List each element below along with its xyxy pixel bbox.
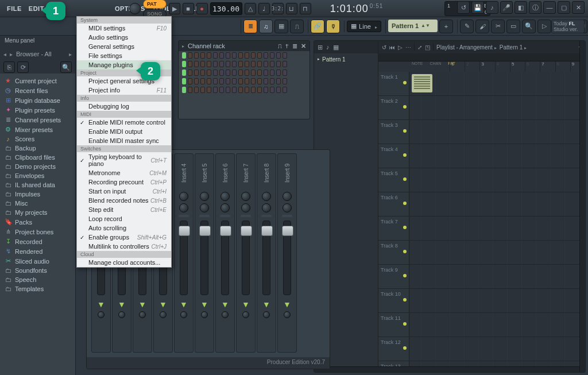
step-button[interactable] — [283, 69, 287, 76]
bpm-display[interactable]: 130.00 — [210, 2, 242, 15]
browser-item[interactable]: ⚙Mixer presets — [0, 125, 75, 134]
playlist-track-header[interactable]: Track 5 — [378, 168, 409, 192]
browser-item[interactable]: 🗀Soundfonts — [0, 266, 75, 275]
step-button[interactable] — [188, 52, 192, 59]
mixer-mute-button[interactable] — [118, 311, 125, 318]
mixer-mute-button[interactable] — [98, 311, 105, 318]
step-button[interactable] — [245, 69, 249, 76]
mixer-route-arrow-icon[interactable]: ▼ — [262, 300, 270, 309]
step-button[interactable] — [194, 52, 199, 59]
tool-zoom[interactable]: 🔍 — [522, 20, 536, 33]
playlist-track-row[interactable]: Track 7 — [378, 217, 585, 241]
view-pianoroll-button[interactable]: ♫ — [259, 20, 273, 33]
fader-cap[interactable] — [261, 226, 273, 236]
mixer-mute-button[interactable] — [222, 311, 229, 318]
tool-select[interactable]: ▭ — [506, 20, 520, 33]
fader-cap[interactable] — [241, 226, 252, 236]
browser-item[interactable]: 🗀Templates — [0, 284, 75, 293]
step-button[interactable] — [238, 52, 243, 59]
browser-item[interactable]: 🗀Clipboard files — [0, 153, 75, 162]
mixer-route-arrow-icon[interactable]: ▼ — [180, 300, 188, 309]
mixer-route-arrow-icon[interactable]: ▼ — [118, 300, 126, 309]
browser-item[interactable]: ✦Plugin presets — [0, 105, 75, 115]
step-button[interactable] — [188, 87, 192, 93]
step-button[interactable] — [238, 87, 243, 93]
step-button[interactable] — [264, 52, 268, 59]
step-button[interactable] — [251, 87, 256, 93]
step-button[interactable] — [232, 78, 237, 84]
browser-item[interactable]: 🔖Packs — [0, 217, 75, 227]
step-button[interactable] — [283, 61, 287, 67]
step-button[interactable] — [251, 78, 256, 84]
mixer-fader[interactable] — [283, 221, 291, 295]
mixer-track[interactable]: Insert 5▼ — [195, 153, 214, 353]
mixer-fader[interactable] — [180, 221, 188, 295]
view-playlist-button[interactable]: ≣ — [243, 20, 257, 33]
playlist-track-header[interactable]: Track 12 — [378, 337, 409, 361]
step-button[interactable] — [264, 69, 268, 76]
browser-search-btn[interactable]: 🔍 — [60, 61, 72, 73]
playlist-track-row[interactable]: Track 3 — [378, 120, 585, 144]
maximize-button[interactable]: ▢ — [558, 1, 570, 14]
midi-button[interactable]: ◧ — [514, 1, 527, 14]
step-button[interactable] — [200, 69, 205, 76]
mixer-route-arrow-icon[interactable]: ▼ — [242, 300, 250, 309]
view-mixer-button[interactable]: ⎍ — [290, 20, 304, 33]
dropdown-item[interactable]: Enable MIDI output — [77, 127, 171, 136]
step-button[interactable] — [213, 78, 218, 84]
step-button[interactable] — [257, 78, 262, 84]
channel-row[interactable] — [179, 86, 310, 94]
dropdown-item[interactable]: Manage cloud accounts... — [77, 258, 171, 267]
playlist-track-row[interactable]: Track 11 — [378, 313, 585, 337]
step-button[interactable] — [232, 87, 237, 93]
mixer-pan-knob[interactable] — [262, 192, 271, 201]
browser-item[interactable]: ★Current project — [0, 76, 75, 86]
dropdown-item[interactable]: MetronomeCtrl+M — [77, 168, 171, 177]
track-mute-led[interactable] — [403, 250, 407, 253]
browser-item[interactable]: 🗀Impulses — [0, 190, 75, 199]
mode-pat[interactable]: PAT — [143, 0, 167, 9]
step-button[interactable] — [226, 78, 230, 84]
step-button[interactable] — [226, 52, 230, 59]
pattern-next-button[interactable]: + — [439, 20, 453, 33]
step-button[interactable] — [200, 52, 205, 59]
step-button[interactable] — [276, 61, 281, 67]
playlist-track-row[interactable]: Track 4 — [378, 144, 585, 168]
mixer-route-arrow-icon[interactable]: ▼ — [283, 300, 291, 309]
mixer-route-arrow-icon[interactable]: ▼ — [159, 300, 167, 309]
step-button[interactable] — [232, 69, 237, 76]
mixer-track[interactable]: Insert 4▼ — [174, 153, 194, 353]
step-button[interactable] — [270, 78, 274, 84]
step-button[interactable] — [194, 78, 199, 84]
tool-draw[interactable]: ✎ — [460, 20, 474, 33]
midi-in-button[interactable]: 🎙 — [326, 20, 340, 33]
track-mute-led[interactable] — [403, 226, 407, 229]
step-button[interactable] — [226, 87, 230, 93]
track-mute-led[interactable] — [403, 129, 407, 133]
step-button[interactable] — [194, 69, 199, 76]
dropdown-item[interactable]: Project infoF11 — [77, 86, 171, 95]
wave-button[interactable]: ⊔ — [286, 3, 297, 14]
track-mute-led[interactable] — [403, 346, 407, 350]
step-button[interactable] — [238, 78, 243, 84]
chanrack-step-icon[interactable]: ≣ — [292, 42, 297, 50]
minitab-note[interactable]: NOTE — [412, 61, 423, 72]
timeline-tick[interactable]: 3 — [479, 61, 494, 72]
step-button[interactable] — [226, 61, 230, 67]
step-button[interactable] — [276, 69, 281, 76]
playlist-track-row[interactable]: Track 2 — [378, 96, 585, 120]
pattern-selector[interactable]: Pattern 1 ▲▼ — [388, 20, 438, 32]
playlist-tracks[interactable]: Track 1Track 2Track 3Track 4Track 5Track… — [378, 72, 585, 372]
step-button[interactable] — [188, 61, 192, 67]
chanrack-graph-icon[interactable]: ⫯ — [285, 42, 289, 49]
step-button[interactable] — [219, 78, 224, 84]
fader-cap[interactable] — [282, 226, 293, 236]
playlist-picker-header[interactable]: ⊞♪▦ — [314, 41, 378, 53]
mixer-stereo-knob[interactable] — [283, 203, 292, 212]
step-button[interactable] — [219, 69, 224, 76]
step-button[interactable] — [270, 52, 274, 59]
mixer-mute-button[interactable] — [160, 311, 167, 318]
mixer-pan-knob[interactable] — [220, 192, 230, 201]
mixer-route-arrow-icon[interactable]: ▼ — [97, 300, 105, 309]
mixer-fader[interactable] — [262, 221, 270, 295]
